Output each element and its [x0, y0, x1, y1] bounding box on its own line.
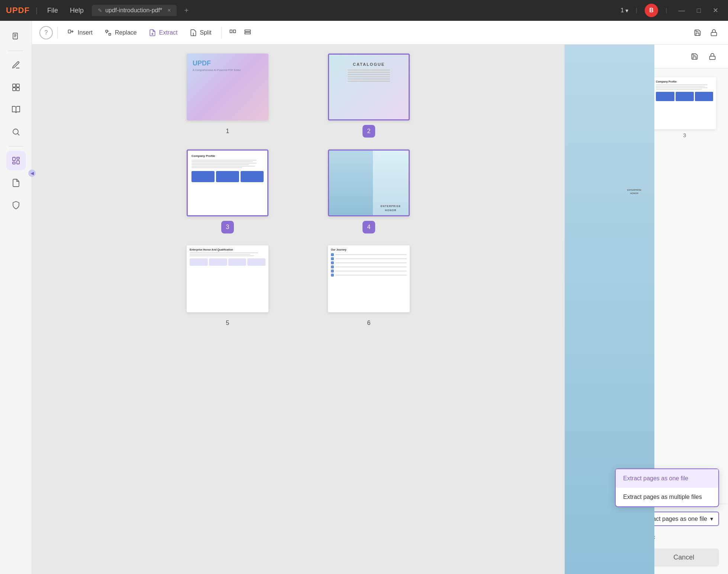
page-item-2: CATALOGUE 2	[309, 54, 428, 138]
view-toggle-2[interactable]	[241, 26, 254, 39]
thumb-company-text	[191, 160, 264, 168]
svg-rect-19	[230, 30, 232, 33]
titlebar-sep3: |	[666, 7, 667, 14]
rthumb-boxes	[656, 92, 713, 101]
cancel-button[interactable]: Cancel	[649, 548, 719, 567]
panel-lock-button[interactable]	[706, 50, 719, 63]
split-button[interactable]: Split	[184, 26, 217, 39]
rthumb-box	[695, 92, 713, 101]
text-line	[656, 87, 708, 88]
sidebar-item-organize[interactable]	[6, 151, 26, 170]
svg-rect-5	[16, 84, 19, 87]
page-thumbnail-2[interactable]: CATALOGUE	[328, 54, 410, 120]
journey-item	[331, 261, 407, 264]
text-line	[191, 163, 257, 164]
extract-button[interactable]: Extract	[144, 26, 183, 39]
close-button[interactable]: ✕	[709, 5, 722, 16]
help-menu[interactable]: Help	[66, 5, 87, 16]
svg-rect-0	[13, 33, 17, 39]
help-button[interactable]: ?	[39, 26, 53, 39]
page-number-1[interactable]: 1	[221, 125, 234, 138]
journey-item	[331, 253, 407, 256]
panel-save-button[interactable]	[688, 50, 701, 63]
thumb-content-4: ENTERPRISE HONOR	[329, 151, 409, 215]
badge-2	[209, 258, 227, 266]
split-label: Split	[200, 29, 212, 36]
svg-rect-11	[17, 157, 19, 159]
svg-rect-13	[13, 162, 15, 164]
dropdown-arrow-icon: ▾	[710, 515, 713, 522]
page-item-4: ENTERPRISE HONOR 4	[309, 149, 428, 233]
dropdown-option-one-file[interactable]: Extract pages as one file	[616, 469, 718, 488]
text-line	[191, 166, 255, 167]
replace-icon	[104, 29, 112, 36]
right-panel: Extract	[564, 45, 728, 574]
svg-rect-7	[16, 88, 19, 91]
user-avatar[interactable]: B	[645, 4, 658, 17]
new-tab-button[interactable]: +	[181, 5, 191, 16]
sidebar-item-reader[interactable]	[6, 100, 26, 119]
minimize-button[interactable]: —	[674, 5, 689, 16]
text-line	[191, 160, 257, 161]
dropdown-option-multiple-files[interactable]: Extract pages as multiple files	[616, 488, 718, 506]
app-logo: UPDF	[6, 6, 30, 15]
page-number-5[interactable]: 5	[221, 317, 234, 329]
app-body: ◀ ? Insert Replace Extract Split	[0, 21, 728, 574]
thumb-journey-items	[331, 253, 407, 277]
page-thumbnail-1[interactable]: UPDF A Comprehensive AI-Powered PDF Edit…	[187, 54, 268, 120]
sidebar-item-edit[interactable]	[6, 78, 26, 97]
svg-rect-10	[13, 157, 15, 161]
enterprise-building	[329, 151, 373, 215]
maximize-button[interactable]: □	[693, 5, 705, 16]
page-indicator[interactable]: 1 ▾	[621, 7, 628, 14]
journey-dot	[331, 274, 334, 277]
text-line	[190, 254, 250, 255]
page-thumbnail-4[interactable]: ENTERPRISE HONOR	[328, 149, 410, 216]
text-line	[656, 86, 705, 87]
help-icon: ?	[45, 29, 48, 36]
sidebar-collapse-button[interactable]: ◀	[28, 170, 36, 177]
tab-close-button[interactable]: ×	[167, 7, 171, 14]
sidebar-item-convert[interactable]	[6, 173, 26, 193]
lock-icon-button[interactable]	[707, 26, 721, 39]
replace-button[interactable]: Replace	[99, 26, 142, 39]
page-thumbnail-3[interactable]: Company Profile	[187, 149, 268, 216]
thumb-cat-lines	[348, 70, 390, 82]
page-number-2[interactable]: 2	[363, 125, 375, 138]
page-thumbnail-5[interactable]: Enterprise Honor And Qualification	[187, 245, 268, 312]
insert-button[interactable]: Insert	[62, 26, 98, 39]
right-thumbnail-4[interactable]: ENTERPRISEHONOR	[581, 146, 644, 198]
sidebar-item-pages[interactable]	[6, 27, 26, 46]
journey-dot	[331, 261, 334, 264]
svg-rect-6	[13, 88, 16, 91]
right-thumbnail-3[interactable]: Company Profile	[653, 77, 716, 129]
page-thumbnail-6[interactable]: Our Journey	[328, 245, 410, 312]
thumb-content-6: Our Journey	[328, 245, 410, 312]
page-item-1: UPDF A Comprehensive AI-Powered PDF Edit…	[168, 54, 287, 138]
text-line	[191, 161, 253, 162]
journey-line	[335, 262, 407, 263]
sidebar-item-annotate[interactable]	[6, 55, 26, 75]
right-thumbs-container: CATALOGUE 2	[565, 68, 728, 504]
page-number-3[interactable]: 3	[221, 221, 234, 233]
right-thumb-row-2: ENTERPRISEHONOR 4	[574, 146, 719, 207]
sidebar-divider-2	[9, 146, 23, 146]
journey-line	[335, 267, 407, 267]
rthumb-box	[676, 92, 694, 101]
active-tab[interactable]: ✎ updf-introduction-pdf* ×	[92, 5, 177, 16]
toolbar-separator-2	[221, 27, 222, 39]
file-menu[interactable]: File	[44, 5, 62, 16]
svg-line-9	[17, 134, 19, 135]
page-item-3: Company Profile	[168, 149, 287, 233]
save-icon-button[interactable]	[691, 26, 704, 39]
cat-line	[348, 76, 390, 77]
page-number-6[interactable]: 6	[363, 317, 375, 329]
thumb-content-5: Enterprise Honor And Qualification	[187, 245, 268, 312]
rthumb-box	[656, 92, 674, 101]
svg-rect-24	[710, 56, 715, 59]
box-2	[216, 171, 239, 182]
page-number-4[interactable]: 4	[363, 221, 375, 233]
view-toggle-1[interactable]	[226, 26, 239, 39]
sidebar-item-search[interactable]	[6, 122, 26, 142]
sidebar-item-protect[interactable]	[6, 196, 26, 215]
